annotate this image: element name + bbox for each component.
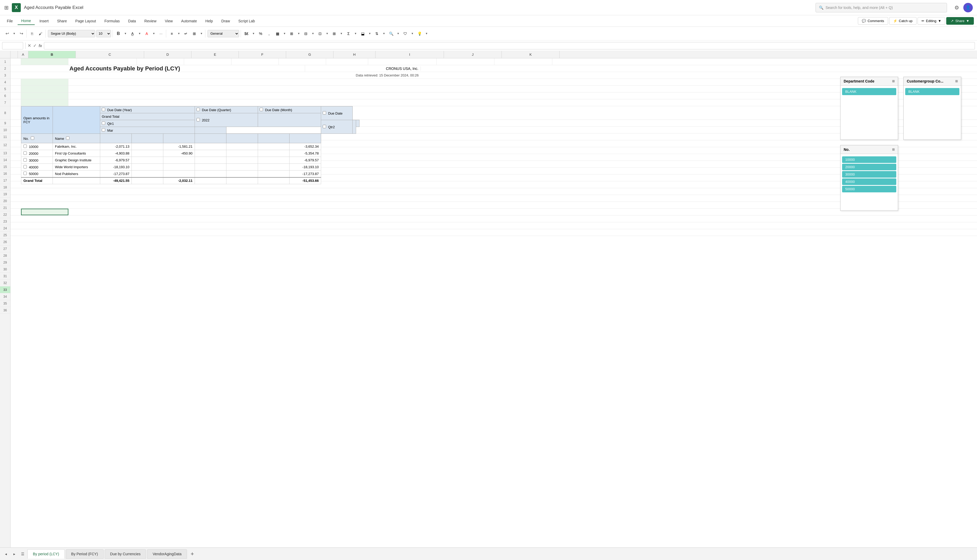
more-formats-button[interactable]: ··· [157, 30, 165, 38]
sensitivity-button[interactable]: 🛡 [401, 30, 409, 38]
comments-button[interactable]: 💬 Comments [858, 17, 888, 25]
tab-formulas[interactable]: Formulas [101, 17, 124, 25]
col-header-rn[interactable] [10, 51, 18, 58]
cell-b1[interactable] [21, 58, 68, 65]
customer-group-filter-icon[interactable]: ⊞ [955, 79, 958, 83]
no-slicer-item-40000[interactable]: 40000 [842, 178, 896, 185]
no-slicer-filter-icon[interactable]: ⊞ [892, 148, 895, 152]
number-format-select[interactable]: General [207, 30, 239, 37]
sheet-menu[interactable]: ☰ [19, 550, 26, 558]
tab-home[interactable]: Home [18, 17, 35, 25]
tab-file[interactable]: File [3, 17, 17, 25]
cell-g1[interactable] [279, 58, 326, 65]
format-painter-button[interactable]: 🖌 [37, 30, 45, 38]
insert-row-dropdown[interactable]: ▼ [296, 30, 301, 38]
formula-input[interactable] [44, 42, 975, 49]
highlight-dropdown[interactable]: ▼ [137, 30, 142, 38]
user-avatar[interactable]: 👤 [963, 3, 973, 12]
tab-data[interactable]: Data [124, 17, 140, 25]
expand-ribbon[interactable]: ▼ [424, 30, 429, 38]
formula-confirm-icon[interactable]: ✓ [33, 43, 37, 48]
percent-button[interactable]: % [257, 30, 265, 38]
tab-insert[interactable]: Insert [36, 17, 52, 25]
accounting-button[interactable]: $₤ [242, 30, 251, 38]
tab-vendor-aging-data[interactable]: VendorAgingData [147, 549, 187, 559]
no-filter-checkbox[interactable] [31, 137, 34, 140]
ideas-button[interactable]: 💡 [416, 30, 423, 38]
merge-button[interactable]: ⊞ [190, 30, 198, 38]
cell-i1[interactable] [368, 58, 437, 65]
cell-d1[interactable] [137, 58, 184, 65]
tab-by-period-lcy[interactable]: By period (LCY) [27, 549, 65, 559]
formula-cancel-icon[interactable]: ✕ [28, 43, 31, 48]
sensitivity-dropdown[interactable]: ▼ [410, 30, 415, 38]
borders-button[interactable]: ▦ [274, 30, 281, 38]
no-slicer-item-20000[interactable]: 20000 [842, 164, 896, 170]
cell-e1[interactable] [184, 58, 231, 65]
qtr2-checkbox[interactable] [323, 125, 326, 128]
col-header-b[interactable]: B [28, 51, 76, 58]
name-filter-checkbox[interactable] [66, 137, 69, 140]
align-left-button[interactable]: ≡ [168, 30, 176, 38]
tab-review[interactable]: Review [141, 17, 160, 25]
row-30000-checkbox[interactable] [23, 158, 27, 162]
no-slicer-item-10000[interactable]: 10000 [842, 157, 896, 163]
tab-due-by-currencies[interactable]: Due by Currencies [105, 549, 146, 559]
catch-up-button[interactable]: ⚡ Catch up [889, 17, 917, 25]
dept-code-blank-item[interactable]: BLANK [842, 88, 896, 95]
cell-h1[interactable] [326, 58, 368, 65]
mar-checkbox[interactable] [102, 128, 105, 132]
col-header-c[interactable]: C [76, 51, 144, 58]
editing-button[interactable]: ✏ Editing ▼ [918, 17, 945, 25]
highlight-button[interactable]: A̲ [129, 30, 137, 38]
tab-share[interactable]: Share [53, 17, 70, 25]
font-color-button[interactable]: A [143, 30, 151, 38]
col-header-i[interactable]: I [376, 51, 444, 58]
undo-dropdown[interactable]: ▼ [12, 30, 17, 38]
row-50000-checkbox[interactable] [23, 172, 27, 175]
due-quarter-checkbox[interactable] [197, 108, 200, 111]
comma-button[interactable]: , [265, 30, 273, 38]
col-header-f[interactable]: F [239, 51, 286, 58]
slicer-filter-icon[interactable]: ⊞ [892, 79, 895, 83]
copy-button[interactable]: ⎘ [28, 30, 36, 38]
year-2022-checkbox[interactable] [197, 118, 200, 122]
format-button[interactable]: ⊡ [316, 30, 324, 38]
due-year-checkbox[interactable] [102, 108, 105, 111]
delete-row-button[interactable]: ⊟ [302, 30, 310, 38]
tab-script-lab[interactable]: Script Lab [235, 17, 259, 25]
fill-dropdown[interactable]: ▼ [367, 30, 372, 38]
font-color-dropdown[interactable]: ▼ [151, 30, 157, 38]
row-40000-checkbox[interactable] [23, 165, 27, 168]
cell-k1[interactable] [494, 58, 552, 65]
qtr1-checkbox[interactable] [102, 122, 105, 125]
cell-j1[interactable] [437, 58, 494, 65]
sum-button[interactable]: Σ [344, 30, 352, 38]
grid-scroll-area[interactable]: 1 2 3 4 5 6 7 8 9 10 11 12 13 14 15 16 1 [0, 58, 977, 556]
due-month-checkbox[interactable] [260, 108, 263, 111]
add-sheet-button[interactable]: + [188, 550, 197, 558]
settings-icon[interactable]: ⚙ [954, 5, 959, 11]
find-dropdown[interactable]: ▼ [396, 30, 401, 38]
due-date-checkbox[interactable] [323, 111, 326, 115]
accounting-dropdown[interactable]: ▼ [251, 30, 256, 38]
share-button[interactable]: ↗ Share ▼ [946, 17, 974, 25]
group-button[interactable]: ⊞ [330, 30, 338, 38]
cell-b33[interactable] [21, 208, 68, 215]
cell-c1[interactable] [68, 58, 137, 65]
cell-reference-input[interactable]: B33 [2, 42, 23, 49]
sheet-nav-next[interactable]: ▸ [10, 550, 18, 558]
sheet-nav-prev[interactable]: ◂ [2, 550, 10, 558]
no-slicer-item-30000[interactable]: 30000 [842, 171, 896, 178]
borders-dropdown[interactable]: ▼ [282, 30, 287, 38]
tab-draw[interactable]: Draw [218, 17, 234, 25]
format-dropdown[interactable]: ▼ [324, 30, 330, 38]
customer-group-blank-item[interactable]: BLANK [905, 88, 959, 95]
col-header-e[interactable]: E [192, 51, 239, 58]
formula-fx-icon[interactable]: fx [38, 43, 42, 48]
tab-help[interactable]: Help [202, 17, 217, 25]
col-header-d[interactable]: D [144, 51, 192, 58]
font-family-select[interactable]: Segoe UI (Body) [48, 30, 95, 37]
tab-page-layout[interactable]: Page Layout [72, 17, 100, 25]
sort-dropdown[interactable]: ▼ [381, 30, 387, 38]
